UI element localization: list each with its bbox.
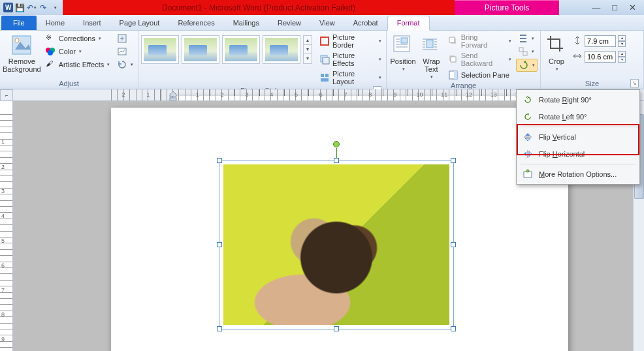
tab-home[interactable]: Home bbox=[37, 16, 74, 30]
more-rotation-options-item[interactable]: More Rotation Options... bbox=[518, 166, 638, 183]
reset-picture-button[interactable]: ▾ bbox=[115, 59, 135, 70]
width-field[interactable] bbox=[585, 51, 616, 63]
resize-handle-tl[interactable] bbox=[217, 158, 222, 163]
contextual-tab-picture-tools: Picture Tools bbox=[455, 0, 559, 15]
left-indent-marker[interactable] bbox=[170, 89, 176, 101]
tab-acrobat[interactable]: Acrobat bbox=[344, 16, 387, 30]
color-label: Color bbox=[59, 48, 76, 55]
word-app-icon: W bbox=[3, 3, 13, 13]
align-button[interactable]: ▾ bbox=[516, 33, 538, 44]
title-bar: W 💾 ↶▾ ↷ ▾ Document1 - Microsoft Word (P… bbox=[0, 0, 644, 15]
width-spinner[interactable]: ▴▾ bbox=[618, 51, 626, 63]
quick-access-toolbar: W 💾 ↶▾ ↷ ▾ bbox=[0, 0, 63, 15]
gallery-down-icon[interactable]: ▾ bbox=[304, 45, 312, 54]
vertical-ruler[interactable]: 123456789 bbox=[0, 101, 13, 351]
svg-point-3 bbox=[15, 38, 19, 42]
corrections-label: Corrections bbox=[59, 35, 95, 42]
maximize-button[interactable]: □ bbox=[612, 3, 617, 12]
corrections-button[interactable]: ※Corrections▾ bbox=[44, 33, 112, 44]
picture-border-icon bbox=[319, 36, 330, 46]
send-backward-label: Send Backward bbox=[461, 52, 506, 67]
style-thumb[interactable] bbox=[263, 35, 300, 64]
resize-handle-bl[interactable] bbox=[217, 326, 222, 331]
resize-handle-ml[interactable] bbox=[217, 242, 222, 247]
rotate-left-icon bbox=[522, 111, 534, 123]
selection-pane-button[interactable]: Selection Pane bbox=[446, 69, 513, 81]
minimize-button[interactable]: — bbox=[592, 3, 600, 12]
picture-layout-label: Picture Layout bbox=[332, 70, 376, 85]
svg-point-6 bbox=[48, 50, 53, 55]
selection-pane-icon bbox=[448, 70, 459, 80]
rotate-button[interactable]: ▾ bbox=[516, 59, 538, 72]
flip-vertical-label: Flip Vertical bbox=[539, 133, 576, 141]
redo-icon[interactable]: ↷ bbox=[38, 3, 48, 13]
qat-customize-icon[interactable]: ▾ bbox=[50, 3, 60, 13]
tab-file[interactable]: File bbox=[1, 16, 37, 30]
rotate-right-label: Rotate Right 90° bbox=[539, 96, 592, 104]
style-thumb[interactable] bbox=[222, 35, 260, 64]
height-spinner[interactable]: ▴▾ bbox=[618, 35, 626, 47]
change-picture-button[interactable] bbox=[115, 46, 135, 57]
compress-pictures-button[interactable] bbox=[115, 33, 135, 44]
close-button[interactable]: ✕ bbox=[629, 3, 636, 12]
height-field[interactable] bbox=[585, 35, 616, 47]
flip-vertical-item[interactable]: Flip Vertical bbox=[518, 129, 638, 145]
svg-rect-24 bbox=[519, 48, 523, 52]
picture-effects-icon bbox=[319, 54, 330, 65]
group-objects-button[interactable]: ▾ bbox=[516, 46, 538, 57]
flip-horizontal-icon bbox=[522, 148, 534, 160]
group-adjust-label: Adjust bbox=[3, 79, 135, 89]
gallery-scroll[interactable]: ▴▾▾ bbox=[303, 35, 312, 64]
flip-horizontal-item[interactable]: Flip Horizontal bbox=[518, 145, 638, 162]
artistic-effects-button[interactable]: 🖌Artistic Effects▾ bbox=[44, 59, 112, 70]
svg-point-27 bbox=[526, 170, 529, 172]
svg-rect-11 bbox=[323, 57, 329, 64]
gallery-more-icon[interactable]: ▾ bbox=[304, 54, 312, 63]
tab-page-layout[interactable]: Page Layout bbox=[110, 16, 169, 30]
remove-background-label: Remove Background bbox=[3, 57, 41, 73]
picture-effects-button[interactable]: Picture Effects▾ bbox=[317, 51, 383, 68]
resize-handle-tm[interactable] bbox=[334, 158, 339, 163]
save-icon[interactable]: 💾 bbox=[14, 3, 25, 13]
rotate-handle[interactable] bbox=[333, 141, 340, 147]
svg-rect-25 bbox=[523, 52, 527, 55]
size-launcher-icon[interactable]: ↘ bbox=[630, 79, 639, 87]
rotate-right-90-item[interactable]: Rotate Right 90° bbox=[518, 91, 638, 108]
resize-handle-mr[interactable] bbox=[451, 242, 456, 247]
tab-insert[interactable]: Insert bbox=[74, 16, 110, 30]
tab-review[interactable]: Review bbox=[268, 16, 310, 30]
ruler-corner[interactable]: ⌐ bbox=[0, 89, 13, 101]
tab-mailings[interactable]: Mailings bbox=[224, 16, 268, 30]
picture-border-button[interactable]: Picture Border▾ bbox=[317, 33, 383, 50]
svg-text:W: W bbox=[5, 4, 12, 11]
style-thumb[interactable] bbox=[141, 35, 179, 64]
bring-forward-label: Bring Forward bbox=[461, 33, 506, 49]
rotate-left-90-item[interactable]: Rotate Left 90° bbox=[518, 108, 638, 125]
color-button[interactable]: Color▾ bbox=[44, 46, 112, 57]
width-icon bbox=[572, 51, 583, 63]
wrap-text-icon bbox=[420, 34, 442, 56]
resize-handle-tr[interactable] bbox=[451, 158, 456, 163]
more-rotation-label: More Rotation Options... bbox=[539, 170, 617, 178]
picture-content bbox=[223, 164, 449, 325]
svg-rect-16 bbox=[401, 38, 408, 43]
picture-styles-gallery[interactable] bbox=[141, 33, 300, 64]
undo-icon[interactable]: ↶▾ bbox=[26, 3, 37, 13]
tab-format[interactable]: Format bbox=[387, 16, 430, 31]
resize-handle-br[interactable] bbox=[451, 326, 456, 331]
remove-background-button[interactable]: Remove Background bbox=[3, 33, 41, 73]
resize-handle-bm[interactable] bbox=[334, 326, 339, 331]
gallery-up-icon[interactable]: ▴ bbox=[304, 36, 312, 45]
send-backward-button[interactable]: Send Backward▾ bbox=[446, 51, 513, 68]
wrap-text-button[interactable]: Wrap Text▾ bbox=[419, 33, 443, 80]
crop-button[interactable]: Crop▾ bbox=[543, 33, 570, 72]
selected-picture[interactable] bbox=[219, 160, 454, 329]
style-thumb[interactable] bbox=[182, 35, 219, 64]
picture-effects-label: Picture Effects bbox=[332, 52, 376, 67]
corrections-icon: ※ bbox=[46, 33, 56, 44]
bring-forward-button[interactable]: Bring Forward▾ bbox=[446, 33, 513, 50]
position-button[interactable]: Position▾ bbox=[389, 33, 417, 72]
picture-layout-button[interactable]: Picture Layout▾ bbox=[317, 69, 383, 86]
tab-references[interactable]: References bbox=[169, 16, 223, 30]
tab-view[interactable]: View bbox=[310, 16, 344, 30]
